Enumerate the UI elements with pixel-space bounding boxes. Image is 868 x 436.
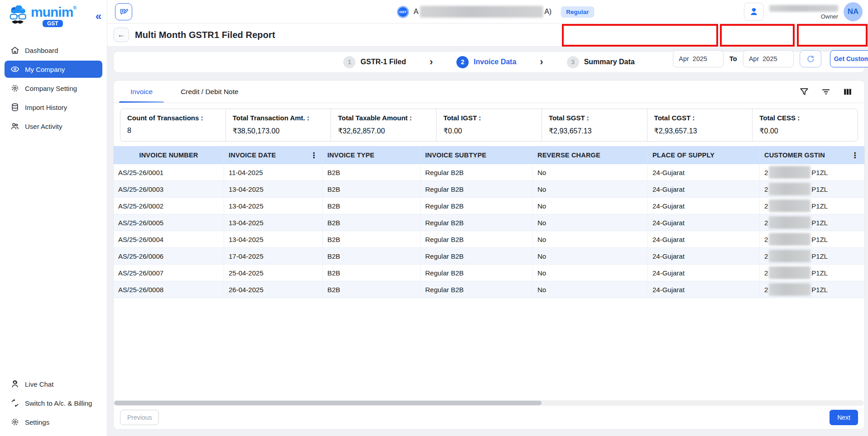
cell-customer-gstin: 2 P1ZL [760, 265, 863, 281]
tabs: InvoiceCredit / Debit Note [114, 81, 250, 103]
owner-role-label: Owner [821, 13, 838, 20]
cell-invoice-subtype: Regular B2B [421, 265, 533, 281]
table-row[interactable]: AS/25-26/0002 13-04-2025 B2B Regular B2B… [114, 198, 864, 214]
gstin-redacted [769, 266, 810, 279]
owner-info: Owner [769, 4, 838, 20]
table-header-cell[interactable]: PLACE OF SUPPLY ⋮ [648, 146, 760, 164]
cell-invoice-number: AS/25-26/0002 [114, 198, 224, 214]
cell-reverse-charge: No [533, 231, 648, 247]
feedback-chat-button[interactable] [115, 3, 132, 20]
kebab-menu-icon[interactable]: ⋮ [307, 151, 318, 160]
sidebar-footer-item[interactable]: Switch to A/c. & Billing [5, 394, 102, 412]
scrollbar-thumb[interactable] [114, 401, 542, 405]
gstin-prefix: 2 [764, 185, 768, 193]
sidebar-footer-nav: Live Chat Switch to A/c. & Billing Setti… [0, 374, 107, 432]
summary-value: ₹0.00 [759, 127, 851, 135]
tab[interactable]: Invoice [119, 81, 164, 103]
table-header-cell[interactable]: CUSTOMER GSTIN ⋮ [760, 146, 863, 164]
sidebar-item[interactable]: My Company [5, 61, 102, 78]
user-header: Owner NA [744, 2, 863, 21]
cell-invoice-type: B2B [323, 231, 421, 247]
sidebar-item[interactable]: User Activity [5, 118, 102, 135]
database-icon [10, 103, 19, 112]
company-name-redacted [420, 6, 543, 18]
table-row[interactable]: AS/25-26/0003 13-04-2025 B2B Regular B2B… [114, 181, 864, 198]
cell-invoice-type: B2B [323, 248, 421, 264]
filter-lines-icon[interactable] [821, 87, 831, 97]
summary-cell: Total CGST : ₹2,93,657.13 [647, 109, 753, 141]
gstin-prefix: 2 [764, 286, 768, 294]
previous-button[interactable]: Previous [120, 410, 159, 425]
kebab-menu-icon[interactable]: ⋮ [848, 151, 859, 160]
cell-invoice-subtype: Regular B2B [421, 198, 533, 214]
stepper: 1 GSTR-1 Filed › 2 Invoice Data › 3 Summ… [343, 56, 634, 68]
step-number: 3 [567, 56, 579, 68]
table-empty-area [114, 298, 864, 400]
sidebar-footer-item[interactable]: Live Chat [5, 375, 102, 393]
sidebar-footer-item[interactable]: Settings [5, 413, 102, 431]
sidebar-item[interactable]: Import History [5, 99, 102, 116]
table-row[interactable]: AS/25-26/0008 26-04-2025 B2B Regular B2B… [114, 281, 864, 298]
table-header-label: PLACE OF SUPPLY [652, 152, 715, 159]
table-row[interactable]: AS/25-26/0006 17-04-2025 B2B Regular B2B… [114, 248, 864, 265]
back-button[interactable]: ← [114, 28, 129, 42]
table-header-cell[interactable]: REVERSE CHARGE ⋮ [533, 146, 648, 164]
table-header-cell[interactable]: INVOICE DATE ⋮ [224, 146, 323, 164]
sidebar-collapse-icon[interactable]: « [96, 11, 101, 22]
cell-customer-gstin: 2 P1ZL [760, 181, 863, 197]
summary-label: Total Taxable Amount : [338, 114, 429, 122]
horizontal-scrollbar[interactable] [114, 400, 864, 406]
table-row[interactable]: AS/25-26/0007 25-04-2025 B2B Regular B2B… [114, 265, 864, 281]
gstin-suffix: P1ZL [811, 236, 828, 243]
next-button[interactable]: Next [830, 410, 858, 425]
summary-cell: Total IGST : ₹0.00 [436, 109, 542, 141]
munim-logo[interactable]: munim® GST [7, 5, 101, 27]
stepper-step[interactable]: 1 GSTR-1 Filed › [343, 56, 456, 68]
cell-place-of-supply: 24-Gujarat [648, 214, 760, 231]
sidebar-item-label: User Activity [25, 123, 62, 130]
support-button[interactable] [744, 3, 764, 21]
stepper-step[interactable]: 2 Invoice Data › [456, 56, 567, 68]
gstin-redacted [769, 233, 810, 246]
date-to-input[interactable] [743, 50, 794, 67]
table-header-label: INVOICE TYPE [327, 152, 374, 159]
summary-value: ₹38,50,173.00 [233, 127, 324, 135]
gear-icon [10, 417, 19, 427]
sidebar: munim® GST « Dashboard My Company Compan… [0, 0, 107, 436]
table-header-cell[interactable]: INVOICE SUBTYPE ⋮ [421, 146, 533, 164]
refresh-button[interactable] [800, 50, 821, 67]
table-row[interactable]: AS/25-26/0005 13-04-2025 B2B Regular B2B… [114, 214, 864, 231]
report-card: InvoiceCredit / Debit Note Count of Tran… [113, 80, 865, 430]
table-row[interactable]: AS/25-26/0001 11-04-2025 B2B Regular B2B… [114, 164, 864, 181]
avatar[interactable]: NA [844, 2, 863, 21]
cell-reverse-charge: No [533, 181, 648, 197]
sidebar-item[interactable]: Company Setting [5, 80, 102, 97]
gstin-prefix: 2 [764, 219, 768, 227]
gstin-suffix: P1ZL [811, 219, 828, 227]
summary-cell: Count of Transactions : 8 [120, 109, 226, 141]
step-label: Invoice Data [474, 58, 516, 66]
cell-invoice-number: AS/25-26/0001 [114, 164, 224, 180]
tab[interactable]: Credit / Debit Note [169, 81, 250, 103]
date-from-input[interactable] [673, 50, 724, 67]
stepper-step[interactable]: 3 Summary Data › [567, 56, 635, 68]
gstin-redacted [769, 216, 810, 229]
table-header-row: INVOICE NUMBER ⋮ INVOICE DATE ⋮ INVOICE … [114, 146, 864, 164]
cell-invoice-number: AS/25-26/0004 [114, 231, 224, 247]
filter-funnel-icon[interactable] [799, 87, 809, 97]
step-label: GSTR-1 Filed [360, 58, 406, 66]
cell-reverse-charge: No [533, 281, 648, 298]
table-header-cell[interactable]: INVOICE NUMBER ⋮ [114, 146, 224, 164]
cell-invoice-date: 25-04-2025 [224, 265, 323, 281]
sidebar-header: munim® GST « [0, 0, 107, 30]
get-customer-name-button[interactable]: Get Customer Name [830, 50, 868, 67]
summary-label: Count of Transactions : [127, 114, 219, 122]
sidebar-item[interactable]: Dashboard [5, 42, 102, 59]
cell-place-of-supply: 24-Gujarat [648, 181, 760, 197]
columns-icon[interactable] [843, 87, 853, 97]
company-name-prefix: A [413, 8, 418, 16]
summary-cell: Total CESS : ₹0.00 [753, 109, 858, 141]
table-header-cell[interactable]: INVOICE TYPE ⋮ [323, 146, 421, 164]
table-row[interactable]: AS/25-26/0004 13-04-2025 B2B Regular B2B… [114, 231, 864, 248]
cell-customer-gstin: 2 P1ZL [760, 231, 863, 247]
